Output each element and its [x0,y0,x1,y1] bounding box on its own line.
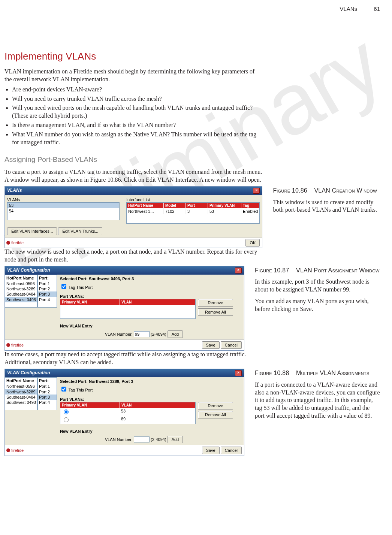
port-vlans-label: Port VLANs: [60,294,241,299]
col-tag: Tag [241,203,259,208]
col-vlan: VLAN [120,402,195,408]
list-item[interactable]: Port 2 [38,389,57,395]
vlans-label: VLANs [7,197,120,202]
brand-footer: firetide [5,339,200,350]
primary-vlan-radio[interactable] [64,409,69,414]
vlan-creation-window: VLANs × VLANs 53 54 Interface Li [4,186,262,248]
window-title: VLANs [7,188,22,194]
save-button[interactable]: Save [202,447,220,454]
list-item[interactable]: 54 [7,208,119,214]
list-item[interactable]: Port 4 [38,400,57,405]
list-item[interactable]: Port 4 [38,297,57,302]
save-button[interactable]: Save [202,341,220,349]
vlan-range-label: (2-4094) [151,332,166,336]
figure-caption: This window is used to create and modify… [273,199,380,214]
list-item[interactable]: Northeast-0596 [5,281,37,286]
titlebar[interactable]: VLAN Configuration × [5,266,244,275]
vlan-config-window-87: VLAN Configuration × HotPort Name Northe… [4,266,244,351]
tag-this-port-checkbox[interactable] [61,387,66,392]
running-header: VLANs 61 [4,5,380,13]
paragraph: The new window is used to select a node,… [4,248,263,264]
cell: 89 [120,416,127,424]
close-icon[interactable]: × [235,268,242,273]
bullet-item: Are end-point devices VLAN-aware? [12,86,263,94]
table-row[interactable]: 89 [60,416,195,424]
interface-list-label: Interface List [126,197,260,202]
table-row[interactable]: 53 [60,408,195,416]
list-item[interactable]: Northeast-0596 [5,384,37,389]
vlan-number-input[interactable] [134,331,150,337]
figure-caption: You can add as many VLAN ports as you wi… [255,297,380,313]
vlan-number-input[interactable] [134,436,150,442]
cancel-button[interactable]: Cancel [221,341,242,349]
port-listbox[interactable]: Port: Port 1 Port 2 Port 3 Port 4 [37,275,57,308]
brand-footer: firetide [5,445,200,456]
remove-all-button[interactable]: Remove All [198,411,233,418]
intro-paragraph: VLAN implementation on a Firetide mesh s… [4,68,263,84]
bullet-list: Are end-point devices VLAN-aware? Will y… [4,86,263,146]
port-vlans-table[interactable]: Primary VLAN VLAN 53 89 [60,402,196,424]
cell: Enabled [241,208,259,214]
remove-all-button[interactable]: Remove All [198,308,233,316]
list-item[interactable]: Northwest-3289 [5,389,37,395]
list-item[interactable]: Port 2 [38,286,57,291]
add-button[interactable]: Add [168,330,183,338]
selected-port-label: Selected Port: Northwest 3289, Port 3 [60,379,241,384]
vlan-config-window-88: VLAN Configuration × HotPort Name Northe… [4,369,244,456]
titlebar[interactable]: VLAN Configuration × [5,369,244,377]
col-primary-vlan: Primary VLAN [60,299,120,305]
cell: 3 [186,208,208,214]
cancel-button[interactable]: Cancel [221,447,242,454]
list-item[interactable]: Southeast-0484 [5,291,37,297]
list-item[interactable]: Southwest 0493 [5,400,37,405]
list-item[interactable]: Port 3 [38,291,57,297]
heading-assigning-port-based: Assigning Port-Based VLANs [4,155,263,164]
cell: 53 [208,208,241,214]
list-item[interactable]: Southwest 0493 [5,297,37,302]
tag-this-port-checkbox[interactable] [61,284,66,289]
remove-button[interactable]: Remove [198,299,233,306]
add-button[interactable]: Add [168,436,183,443]
selected-port-label: Selected Port: Southwest 0493, Port 3 [60,276,241,281]
col-primary-vlan: Primary VLAN [60,402,120,408]
hotport-label: HotPort Name [5,378,37,384]
bullet-item: Will you need to carry trunked VLAN traf… [12,95,263,103]
port-listbox[interactable]: Port: Port 1 Port 2 Port 3 Port 4 [37,377,57,410]
interface-row[interactable]: Northwest-3... 7102 3 53 Enabled [127,208,259,214]
port-vlans-table[interactable]: Primary VLAN VLAN [60,299,196,319]
interface-header: HotPort Name Model Port Primary VLAN Tag [127,203,259,208]
list-item[interactable]: Southeast-0484 [5,395,37,400]
close-icon[interactable]: × [253,188,260,194]
figure-caption: In this example, port 3 of the Southwest… [255,278,380,294]
hotport-listbox[interactable]: HotPort Name Northeast-0596 Northwest-32… [5,377,37,410]
col-vlan: VLAN [120,299,195,305]
close-icon[interactable]: × [235,370,242,376]
vlan-number-label: VLAN Number: [105,332,133,336]
list-item[interactable]: Port 1 [38,281,57,286]
vlan-range-label: (2-4094) [151,437,166,442]
vlan-listbox[interactable]: 53 54 [7,202,120,220]
figure-title: Figure 10.87 VLAN Port Assignment Window [255,267,380,275]
list-item[interactable]: Port 1 [38,384,57,389]
brand-footer: firetide [5,238,243,248]
primary-vlan-radio[interactable] [64,417,69,422]
hotport-label: HotPort Name [5,275,37,281]
remove-button[interactable]: Remove [198,402,233,409]
figure-title: Figure 10.88 Multiple VLAN Assignments [255,369,380,377]
figure-caption: If a port is connected to a VLAN-aware d… [255,381,380,420]
edit-vlan-trunks-button[interactable]: Edit VLAN Trunks... [58,227,102,235]
col-port: Port [186,203,208,208]
hotport-listbox[interactable]: HotPort Name Northeast-0596 Northwest-32… [5,275,37,308]
port-label: Port: [38,378,57,384]
edit-vlan-interfaces-button[interactable]: Edit VLAN Interfaces... [7,227,57,235]
bullet-item: Will you need wired ports on the mesh ca… [12,104,263,120]
figure-title: Figure 10.86 VLAN Creation Window [273,187,380,195]
list-item[interactable]: Port 3 [38,395,57,400]
page-number: 61 [374,5,380,13]
paragraph: In some cases, a port may need to accept… [4,351,263,366]
list-item[interactable]: 53 [7,203,119,208]
titlebar[interactable]: VLANs × [5,187,262,195]
port-vlans-label: Port VLANs: [60,397,241,402]
list-item[interactable]: Northwest-3289 [5,286,37,291]
ok-button[interactable]: OK [245,239,260,247]
